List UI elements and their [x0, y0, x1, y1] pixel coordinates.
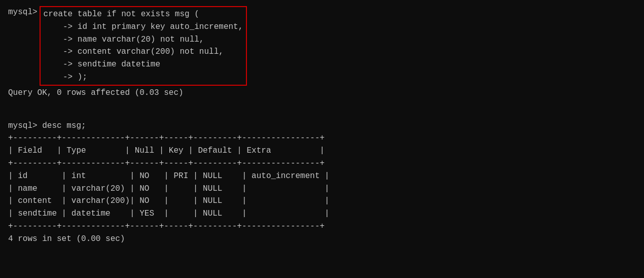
table-row-id: | id | int | NO | PRI | NULL | auto_incr… [8, 170, 636, 183]
query-result-text: Query OK, 0 rows affected (0.03 sec) [8, 88, 184, 97]
arrow-3: -> [44, 47, 78, 56]
arrow-1: -> [44, 22, 78, 31]
terminal: mysql> create table if not exists msg ( … [8, 6, 636, 246]
query-result: Query OK, 0 rows affected (0.03 sec) [8, 87, 636, 99]
arrow-2: -> [44, 35, 78, 44]
arrow-4: -> [44, 60, 78, 69]
create-line-3: -> name varchar(20) not null, [44, 33, 243, 46]
create-line-1: create table if not exists msg ( [44, 8, 243, 21]
desc-cmd-line: mysql> desc msg; [8, 120, 636, 132]
table-sep-top: +---------+-------------+------+-----+--… [8, 133, 325, 143]
desc-section: mysql> desc msg; +---------+------------… [8, 120, 636, 246]
table-sep-bot: +---------+-------------+------+-----+--… [8, 222, 325, 231]
create-line-4: -> content varchar(200) not null, [44, 46, 243, 58]
mysql-prompt-1: mysql> [8, 6, 38, 19]
table-row-content: | content | varchar(200)| NO | | NULL | … [8, 195, 636, 207]
desc-table: +---------+-------------+------+-----+--… [8, 132, 636, 232]
create-table-section: mysql> create table if not exists msg ( … [8, 6, 636, 86]
mysql-prompt-2: mysql> [8, 121, 38, 130]
table-sep-mid: +---------+-------------+------+-----+--… [8, 159, 325, 168]
table-header-row: | Field | Type | Null | Key | Default | … [8, 145, 636, 157]
empty-line [8, 109, 636, 118]
create-line-6: -> ); [44, 71, 243, 84]
arrow-5: -> [44, 73, 78, 82]
table-row-name: | name | varchar(20) | NO | | NULL | | [8, 183, 636, 195]
sql-create-block: create table if not exists msg ( -> id i… [40, 6, 247, 86]
create-line-2: -> id int primary key auto_increment, [44, 21, 243, 33]
table-row-sendtime: | sendtime | datetime | YES | | NULL | | [8, 207, 636, 220]
create-line-5: -> sendtime datetime [44, 58, 243, 71]
rows-result-text: 4 rows in set (0.00 sec) [8, 233, 636, 246]
desc-cmd-text: desc msg; [42, 121, 86, 130]
